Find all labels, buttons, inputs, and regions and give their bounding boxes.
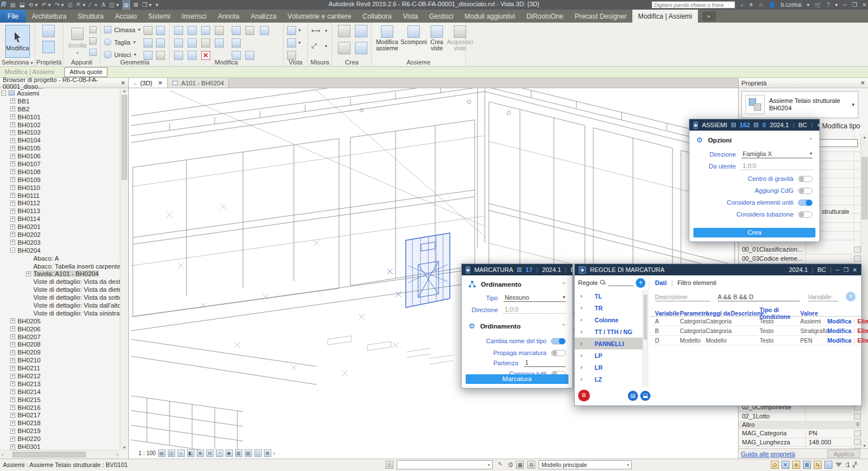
user-icon[interactable]: 👤 — [769, 2, 775, 8]
view-tab-3d[interactable]: ⌂ {3D} ✕ — [129, 78, 168, 88]
tree-item[interactable]: +BH0210 — [0, 356, 120, 364]
tree-item[interactable]: Viste di dettaglio: Vista da sotto — [0, 293, 120, 301]
reveal-hidden-icon[interactable]: ◉ — [225, 450, 233, 457]
tree-item[interactable]: +BH0103 — [0, 128, 120, 136]
partenza-field[interactable]: Partenza 1 — [468, 359, 566, 367]
tree-item[interactable]: +BH0215 — [0, 396, 120, 404]
property-row[interactable]: 00_03Codice eleme... — [739, 254, 862, 263]
modify-panel-toggle-icon[interactable]: ▸ — [702, 11, 716, 21]
match-properties-icon[interactable] — [89, 49, 97, 56]
collapse-icon[interactable]: ⌃ — [808, 137, 813, 143]
restore-button[interactable]: ❐ — [852, 2, 857, 8]
property-group-altro[interactable]: Altro⚲ — [739, 421, 862, 430]
close-hidden-windows-icon[interactable]: ⊠ — [133, 0, 138, 10]
add-rule-button[interactable]: + — [636, 278, 645, 288]
tree-item[interactable]: +BH0108 — [0, 168, 120, 176]
tree-item[interactable]: +BB1 — [0, 97, 120, 105]
type-dropdown-icon[interactable]: ▾ — [852, 102, 854, 107]
tipo-field[interactable]: Tipo Nessuno▾ — [468, 294, 566, 302]
corner-icon[interactable] — [260, 26, 269, 35]
ribbon-tab[interactable]: Architettura — [26, 10, 72, 23]
sun-path-icon[interactable]: ☼ — [177, 450, 185, 457]
toggle[interactable] — [551, 338, 566, 344]
communication-center-icon[interactable]: ✈ — [749, 2, 753, 8]
tree-item[interactable]: +BH0212 — [0, 372, 120, 380]
tree-item[interactable]: +BH0208 — [0, 341, 120, 349]
view-tab-close-icon[interactable]: ✕ — [158, 80, 162, 86]
tree-item[interactable]: +BB2 — [0, 105, 120, 113]
descrizione-input[interactable]: Descrizione — [655, 293, 710, 301]
unisci-button[interactable]: Unisci▾ — [104, 51, 136, 58]
tree-item[interactable]: +BH0211 — [0, 364, 120, 372]
marcatura-action-button[interactable]: Marcatura — [466, 374, 568, 384]
modifica-link[interactable]: Modifica — [827, 318, 852, 325]
tree-item[interactable]: +BH0301 — [0, 443, 120, 450]
regole-list-item[interactable]: ›LP — [575, 349, 643, 361]
measure-angle-icon[interactable]: ⤢ — [311, 42, 317, 50]
press-drag-icon[interactable]: ⊕ — [792, 461, 800, 469]
worksharing-display-icon[interactable]: ▥ — [235, 450, 242, 457]
opzioni-section[interactable]: ⚙ Opzioni ⌃ — [689, 131, 819, 146]
tree-item[interactable]: +BH0107 — [0, 160, 120, 168]
tree-item[interactable]: Viste di dettaglio: Vista dall'alto — [0, 301, 120, 309]
copy-icon[interactable] — [89, 37, 97, 45]
array-icon[interactable] — [232, 38, 241, 47]
displaced-elements-icon[interactable]: ⬚ — [254, 450, 262, 457]
dimension-icon[interactable]: ⇱ ▾ — [76, 0, 85, 10]
ribbon-tab[interactable]: Struttura — [72, 10, 109, 23]
tree-item[interactable]: +BH0207 — [0, 333, 120, 341]
ribbon-tab[interactable]: Volumetrie e cantiere — [282, 10, 357, 23]
tree-item[interactable]: +BH0206 — [0, 325, 120, 333]
tree-item[interactable]: +BH0220 — [0, 435, 120, 443]
select-links-icon[interactable]: ⊠ — [803, 461, 811, 469]
scomponi-button[interactable]: Scomponi — [401, 25, 426, 45]
ribbon-tab[interactable]: Inserisci — [176, 10, 212, 23]
toggle[interactable] — [798, 188, 813, 194]
create-similar-icon[interactable] — [355, 25, 367, 37]
collapse-icon[interactable]: ⌃ — [561, 282, 566, 287]
tree-item[interactable]: +BH0205 — [0, 317, 120, 325]
customize-qat-icon[interactable]: ▾ — [155, 0, 158, 10]
tree-item[interactable]: +BH0113 — [0, 207, 120, 215]
property-row[interactable]: MAG_Lunghezza148.000 — [739, 438, 862, 447]
regole-list-item[interactable]: ›TT / TTH / NG — [575, 326, 643, 338]
toggle[interactable] — [798, 176, 813, 182]
signed-in-user[interactable]: b.czekai — [781, 2, 802, 8]
assembly-create-icon[interactable] — [355, 42, 367, 54]
crop-region-icon[interactable]: ⊟ — [206, 450, 214, 457]
redo-icon[interactable]: ↷ ▾ — [55, 0, 64, 10]
maximize-icon[interactable]: ❐ — [844, 267, 849, 273]
reveal-constraints-icon[interactable]: ⊠ — [264, 450, 271, 457]
regole-list-item[interactable]: ›LR — [575, 361, 643, 373]
help-icon[interactable]: ? — [827, 2, 830, 8]
add-variable-button[interactable]: + — [846, 292, 856, 301]
legend-component-icon[interactable] — [338, 25, 350, 37]
copy-element-icon[interactable] — [188, 38, 197, 47]
properties-close-icon[interactable]: ✕ — [861, 80, 865, 86]
minimize-button[interactable]: ─ — [843, 2, 847, 8]
elimina-link[interactable]: Elimina — [857, 327, 868, 334]
search-icon[interactable]: ⌕ — [740, 2, 744, 8]
marcatura-dialog-header[interactable]: ◆ MARCATURA 17 |2024.1 |BC |✕ — [462, 264, 572, 275]
elimina-link[interactable]: Elimina — [857, 337, 868, 344]
regole-list-scrollbar[interactable] — [643, 290, 648, 387]
switch-windows-icon[interactable]: ❐ ▾ — [142, 0, 151, 10]
toggle[interactable] — [551, 350, 566, 356]
tree-item[interactable]: +BH0217 — [0, 412, 120, 420]
tree-item[interactable]: +BH0114 — [0, 215, 120, 223]
crop-view-icon[interactable]: ⊞ — [197, 450, 204, 457]
detail-level-icon[interactable]: ▤ — [158, 450, 166, 457]
mirror-draw-icon[interactable] — [215, 26, 224, 35]
tree-item[interactable]: +BH0110 — [0, 184, 120, 192]
ribbon-tab[interactable]: Sistemi — [142, 10, 176, 23]
direzione-field[interactable]: Direzione Famiglia X▾ — [696, 150, 813, 158]
ribbon-tab[interactable]: Gestisci — [423, 10, 459, 23]
filter-icon[interactable] — [835, 463, 842, 467]
cut-icon[interactable] — [89, 26, 97, 33]
shadows-icon[interactable]: ◧ — [187, 450, 194, 457]
help-dropdown-icon[interactable]: ▾ — [835, 2, 838, 8]
properties-palette-icon[interactable] — [42, 41, 55, 53]
dropdown-icon[interactable]: ▾ — [806, 2, 809, 8]
ordinamento-section-1[interactable]: Ordinamento ⌃ — [462, 275, 572, 290]
close-button[interactable]: ✕ — [862, 2, 867, 8]
